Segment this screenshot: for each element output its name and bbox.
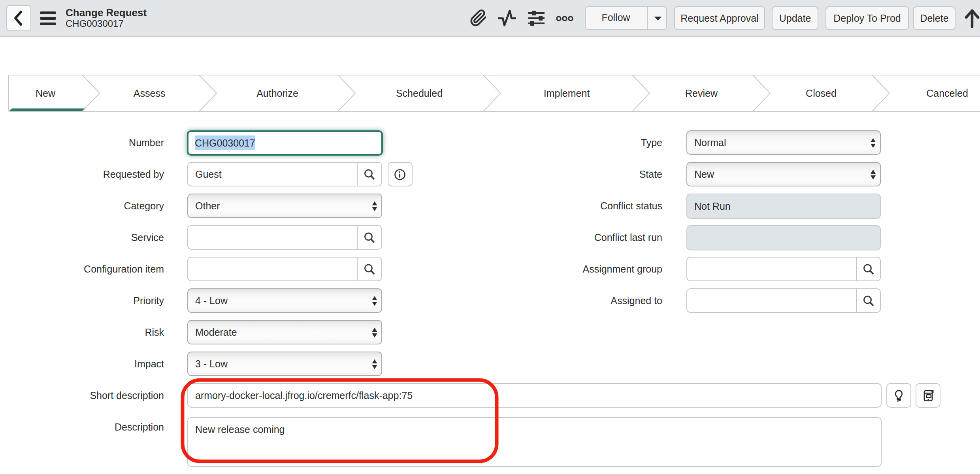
- svg-text:Scheduled: Scheduled: [396, 88, 443, 99]
- svg-text:Canceled: Canceled: [926, 88, 968, 99]
- svg-text:Assess: Assess: [134, 88, 166, 99]
- svg-text:New: New: [36, 88, 56, 99]
- svg-text:Closed: Closed: [806, 88, 837, 99]
- svg-text:Implement: Implement: [544, 88, 590, 99]
- svg-text:Authorize: Authorize: [256, 88, 298, 99]
- svg-text:Review: Review: [685, 88, 718, 99]
